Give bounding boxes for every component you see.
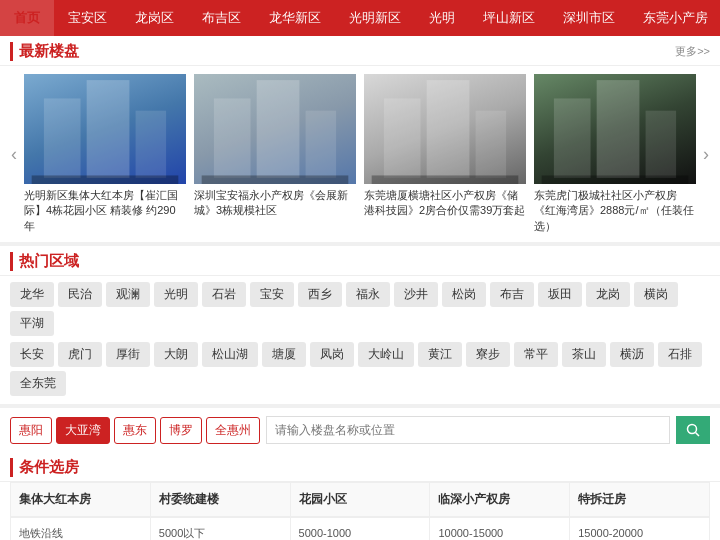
nav-item-9[interactable]: 东莞小产房 bbox=[629, 0, 720, 36]
listing-desc-3: 东莞虎门极城社社区小产权房《红海湾居》2888元/㎡（任装任选） bbox=[534, 188, 696, 234]
nav-item-2[interactable]: 龙岗区 bbox=[121, 0, 188, 36]
listing-image-3 bbox=[534, 74, 696, 184]
hot-areas-section: 热门区域 龙华民治观澜光明石岩宝安西乡福永沙井松岗布吉坂田龙岗横岗平湖 长安虎门… bbox=[0, 246, 720, 404]
area-tag-area-row-1-12[interactable]: 龙岗 bbox=[586, 282, 630, 307]
area-tag-area-row-1-6[interactable]: 西乡 bbox=[298, 282, 342, 307]
search-tab-1[interactable]: 大亚湾 bbox=[56, 417, 110, 444]
svg-rect-2 bbox=[136, 111, 167, 178]
listing-card-0[interactable]: 光明新区集体大红本房【崔汇国际】4栋花园小区 精装修 约290年 bbox=[24, 74, 186, 234]
svg-rect-8 bbox=[384, 98, 421, 177]
search-button[interactable] bbox=[676, 416, 710, 444]
area-tag-area-row-1-1[interactable]: 民治 bbox=[58, 282, 102, 307]
search-tab-0[interactable]: 惠阳 bbox=[10, 417, 52, 444]
filter-header-3[interactable]: 临深小产权房 bbox=[430, 483, 569, 517]
area-tag-area-row-2-7[interactable]: 大岭山 bbox=[358, 342, 414, 367]
area-tag-area-row-2-1[interactable]: 虎门 bbox=[58, 342, 102, 367]
area-tag-area-row-1-2[interactable]: 观澜 bbox=[106, 282, 150, 307]
area-tag-area-row-2-3[interactable]: 大朗 bbox=[154, 342, 198, 367]
listings-grid: 光明新区集体大红本房【崔汇国际】4栋花园小区 精装修 约290年 深圳宝安福永小… bbox=[24, 74, 696, 234]
svg-rect-9 bbox=[427, 80, 470, 178]
svg-rect-10 bbox=[476, 111, 507, 178]
nav-item-0[interactable]: 首页 bbox=[0, 0, 54, 36]
nav-item-7[interactable]: 坪山新区 bbox=[469, 0, 549, 36]
top-nav: 首页宝安区龙岗区布吉区龙华新区光明新区光明坪山新区深圳市区东莞小产房惠州 bbox=[0, 0, 720, 36]
area-tag-area-row-2-0[interactable]: 长安 bbox=[10, 342, 54, 367]
listing-image-2 bbox=[364, 74, 526, 184]
search-tab-3[interactable]: 博罗 bbox=[160, 417, 202, 444]
area-tag-area-row-1-13[interactable]: 横岗 bbox=[634, 282, 678, 307]
area-tag-area-row-2-10[interactable]: 常平 bbox=[514, 342, 558, 367]
svg-point-16 bbox=[688, 425, 697, 434]
filter-header: 条件选房 bbox=[0, 452, 720, 482]
hot-areas-title: 热门区域 bbox=[10, 252, 79, 271]
area-tag-area-row-1-9[interactable]: 松岗 bbox=[442, 282, 486, 307]
filter-grid: 集体大红本房村委统建楼花园小区临深小产权房特拆迁房地铁沿线5000以下5000-… bbox=[10, 482, 710, 540]
svg-rect-7 bbox=[202, 175, 349, 184]
prev-arrow[interactable]: ‹ bbox=[4, 144, 24, 165]
filter-header-1[interactable]: 村委统建楼 bbox=[151, 483, 290, 517]
listing-desc-1: 深圳宝安福永小产权房《会展新城》3栋规模社区 bbox=[194, 188, 356, 219]
search-tab-4[interactable]: 全惠州 bbox=[206, 417, 260, 444]
svg-rect-14 bbox=[646, 111, 677, 178]
area-tag-area-row-2-5[interactable]: 塘厦 bbox=[262, 342, 306, 367]
more-link[interactable]: 更多>> bbox=[675, 44, 710, 59]
nav-item-4[interactable]: 龙华新区 bbox=[255, 0, 335, 36]
area-tag-area-row-1-4[interactable]: 石岩 bbox=[202, 282, 246, 307]
area-tag-area-row-2-13[interactable]: 石排 bbox=[658, 342, 702, 367]
listings-container: ‹ 光明新区集体大红本房【崔汇国际】4栋花园小区 精装修 约290年 深圳宝安福… bbox=[0, 66, 720, 242]
area-tag-area-row-1-8[interactable]: 沙井 bbox=[394, 282, 438, 307]
listing-card-1[interactable]: 深圳宝安福永小产权房《会展新城》3栋规模社区 bbox=[194, 74, 356, 234]
filter-header-4[interactable]: 特拆迁房 bbox=[570, 483, 709, 517]
section-header-hot: 热门区域 bbox=[0, 246, 720, 276]
area-tag-area-row-2-12[interactable]: 横沥 bbox=[610, 342, 654, 367]
svg-rect-6 bbox=[306, 111, 337, 178]
area-tag-area-row-2-9[interactable]: 寮步 bbox=[466, 342, 510, 367]
listing-desc-0: 光明新区集体大红本房【崔汇国际】4栋花园小区 精装修 约290年 bbox=[24, 188, 186, 234]
filter-header-0[interactable]: 集体大红本房 bbox=[11, 483, 150, 517]
area-tag-area-row-1-3[interactable]: 光明 bbox=[154, 282, 198, 307]
area-tag-area-row-1-7[interactable]: 福永 bbox=[346, 282, 390, 307]
area-tag-area-row-2-4[interactable]: 松山湖 bbox=[202, 342, 258, 367]
listing-image-0 bbox=[24, 74, 186, 184]
area-row-1: 龙华民治观澜光明石岩宝安西乡福永沙井松岗布吉坂田龙岗横岗平湖 bbox=[0, 276, 720, 336]
search-input[interactable] bbox=[266, 416, 670, 444]
svg-rect-4 bbox=[214, 98, 251, 177]
filter-header-2[interactable]: 花园小区 bbox=[291, 483, 430, 517]
filter-sub-1[interactable]: 5000以下 bbox=[151, 518, 290, 540]
nav-item-8[interactable]: 深圳市区 bbox=[549, 0, 629, 36]
next-arrow[interactable]: › bbox=[696, 144, 716, 165]
area-tag-area-row-1-14[interactable]: 平湖 bbox=[10, 311, 54, 336]
filter-sub-0[interactable]: 地铁沿线 bbox=[11, 518, 150, 540]
search-icon bbox=[686, 423, 700, 437]
area-tag-area-row-1-0[interactable]: 龙华 bbox=[10, 282, 54, 307]
search-tab-2[interactable]: 惠东 bbox=[114, 417, 156, 444]
area-tabs: 惠阳大亚湾惠东博罗全惠州 bbox=[10, 417, 260, 444]
latest-listings-section: 最新楼盘 更多>> ‹ 光明新区集体大红本房【崔汇国际】4栋花园小区 精装修 约… bbox=[0, 36, 720, 242]
filter-section: 条件选房 集体大红本房村委统建楼花园小区临深小产权房特拆迁房地铁沿线5000以下… bbox=[0, 452, 720, 540]
nav-item-3[interactable]: 布吉区 bbox=[188, 0, 255, 36]
nav-item-1[interactable]: 宝安区 bbox=[54, 0, 121, 36]
listing-card-2[interactable]: 东莞塘厦横塘社区小产权房《储港科技园》2房合价仅需39万套起 bbox=[364, 74, 526, 234]
area-tag-area-row-2-2[interactable]: 厚街 bbox=[106, 342, 150, 367]
area-tag-area-row-2-14[interactable]: 全东莞 bbox=[10, 371, 66, 396]
svg-line-17 bbox=[696, 433, 700, 437]
listing-card-3[interactable]: 东莞虎门极城社社区小产权房《红海湾居》2888元/㎡（任装任选） bbox=[534, 74, 696, 234]
section-header-latest: 最新楼盘 更多>> bbox=[0, 36, 720, 66]
area-tag-area-row-2-6[interactable]: 凤岗 bbox=[310, 342, 354, 367]
filter-sub-3[interactable]: 10000-15000 bbox=[430, 518, 569, 540]
nav-item-6[interactable]: 光明 bbox=[415, 0, 469, 36]
area-tag-area-row-2-11[interactable]: 茶山 bbox=[562, 342, 606, 367]
area-tag-area-row-1-10[interactable]: 布吉 bbox=[490, 282, 534, 307]
filter-sub-2[interactable]: 5000-1000 bbox=[291, 518, 430, 540]
nav-item-5[interactable]: 光明新区 bbox=[335, 0, 415, 36]
svg-rect-0 bbox=[44, 98, 81, 177]
area-tag-area-row-1-11[interactable]: 坂田 bbox=[538, 282, 582, 307]
area-tag-area-row-2-8[interactable]: 黄江 bbox=[418, 342, 462, 367]
svg-rect-11 bbox=[372, 175, 519, 184]
search-row: 惠阳大亚湾惠东博罗全惠州 bbox=[0, 408, 720, 452]
area-tag-area-row-1-5[interactable]: 宝安 bbox=[250, 282, 294, 307]
listing-desc-2: 东莞塘厦横塘社区小产权房《储港科技园》2房合价仅需39万套起 bbox=[364, 188, 526, 219]
filter-sub-4[interactable]: 15000-20000 bbox=[570, 518, 709, 540]
svg-rect-12 bbox=[554, 98, 591, 177]
svg-rect-15 bbox=[542, 175, 689, 184]
